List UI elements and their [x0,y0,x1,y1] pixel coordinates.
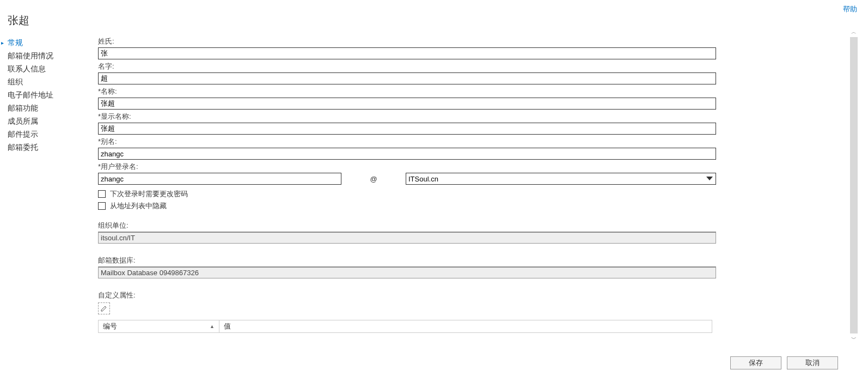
alias-input[interactable] [98,148,716,160]
sidebar-item-mailbox-features[interactable]: 邮箱功能 [4,102,98,115]
mailboxdb-input [98,266,716,278]
hide-from-addresslist-label: 从地址列表中隐藏 [110,201,167,211]
orgunit-input [98,232,716,244]
change-password-label: 下次登录时需要更改密码 [110,189,188,199]
vertical-scrollbar[interactable]: ︿ ﹀ [849,27,858,343]
save-button[interactable]: 保存 [730,356,781,369]
sidebar-item-organization[interactable]: 组织 [4,76,98,89]
displayname-label: *显示名称: [98,112,814,122]
content-pane: 姓氏: 名字: *名称: *显示名称: *别名: *用户登录名: @ [98,37,836,347]
sort-asc-icon: ▲ [210,324,215,329]
alias-label: *别名: [98,137,814,147]
customattr-label: 自定义属性: [98,290,814,300]
firstname-input[interactable] [98,72,716,84]
lastname-input[interactable] [98,47,716,59]
sidebar-item-general[interactable]: 常规 [4,37,98,50]
help-link[interactable]: 帮助 [843,4,857,14]
sidebar-item-mailbox-usage[interactable]: 邮箱使用情况 [4,50,98,63]
scroll-down-arrow[interactable]: ﹀ [849,334,858,343]
orgunit-label: 组织单位: [98,221,814,231]
sidebar-item-member-of[interactable]: 成员所属 [4,115,98,128]
pencil-icon [101,305,107,312]
sidebar-item-mailtip[interactable]: 邮件提示 [4,128,98,141]
change-password-checkbox[interactable] [98,190,106,198]
custom-attr-table-header: 编号 ▲ 值 [98,320,712,333]
table-col-value[interactable]: 值 [219,320,712,333]
userlogin-input[interactable] [98,173,341,185]
name-label: *名称: [98,87,814,96]
sidebar-item-contact-info[interactable]: 联系人信息 [4,63,98,76]
displayname-input[interactable] [98,123,716,135]
domain-select[interactable]: ITSoul.cn [406,173,716,185]
mailboxdb-label: 邮箱数据库: [98,256,814,265]
hide-from-addresslist-checkbox[interactable] [98,202,106,210]
page-title: 张超 [0,0,868,37]
at-symbol: @ [341,175,406,183]
cancel-button[interactable]: 取消 [787,356,838,369]
name-input[interactable] [98,98,716,110]
sidebar-item-email-address[interactable]: 电子邮件地址 [4,89,98,102]
sidebar: 常规 邮箱使用情况 联系人信息 组织 电子邮件地址 邮箱功能 成员所属 邮件提示… [0,37,98,347]
scroll-track[interactable] [850,37,858,333]
edit-custom-attr-button[interactable] [98,302,110,314]
table-col-number[interactable]: 编号 ▲ [99,320,219,333]
firstname-label: 名字: [98,62,814,71]
lastname-label: 姓氏: [98,37,814,46]
sidebar-item-mailbox-delegation[interactable]: 邮箱委托 [4,141,98,154]
scroll-up-arrow[interactable]: ︿ [849,27,858,37]
userlogin-label: *用户登录名: [98,162,814,172]
